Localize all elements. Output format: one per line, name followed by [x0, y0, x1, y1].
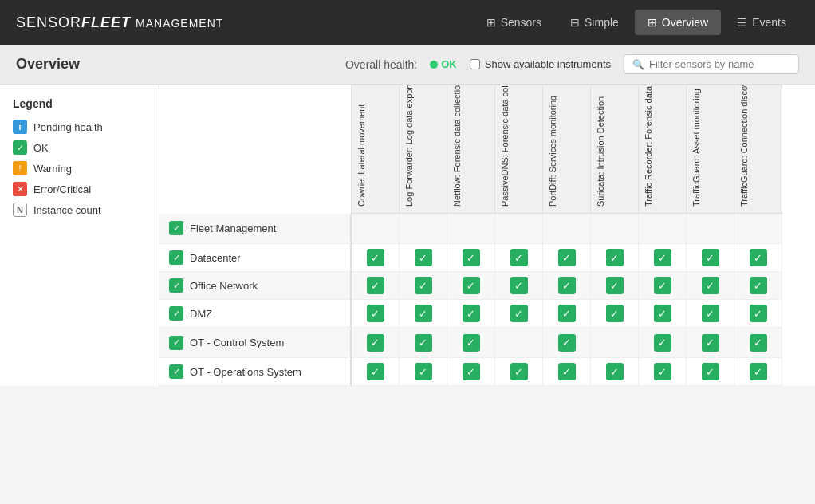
table-row: ✓OT - Control System✓✓✓✓✓✓✓: [159, 328, 782, 358]
sensor-search[interactable]: 🔍: [624, 54, 799, 74]
cell-ok-icon: ✓: [606, 305, 624, 322]
data-cell-1-2: ✓: [447, 244, 495, 272]
error-icon: ✕: [13, 182, 27, 196]
data-cell-2-2: ✓: [447, 272, 495, 300]
overview-icon: ⊞: [648, 16, 657, 29]
cell-ok-icon: ✓: [606, 249, 624, 266]
row-label-cell-3: ✓DMZ: [159, 300, 352, 328]
data-cell-0-4: [543, 214, 591, 244]
cell-ok-icon: ✓: [702, 277, 719, 294]
data-cell-1-8: ✓: [734, 244, 782, 272]
table-row: ✓Office Network✓✓✓✓✓✓✓✓✓: [159, 272, 782, 300]
data-cell-2-1: ✓: [400, 272, 447, 300]
cell-empty: [510, 333, 528, 350]
cell-ok-icon: ✓: [415, 305, 432, 322]
cell-ok-icon: ✓: [606, 277, 624, 294]
main-nav: ⊞ Sensors ⊟ Simple ⊞ Overview ☰ Events: [474, 10, 799, 35]
cell-ok-icon: ✓: [367, 249, 384, 266]
legend-warning-label: Warning: [33, 163, 72, 175]
nav-overview[interactable]: ⊞ Overview: [635, 10, 721, 35]
row-label-text-2: Office Network: [190, 280, 258, 292]
health-dot: [430, 61, 438, 69]
cell-ok-icon: ✓: [558, 277, 576, 294]
row-label-cell-0: ✓Fleet Management: [159, 214, 352, 244]
nav-events[interactable]: ☰ Events: [724, 10, 799, 35]
data-cell-4-1: ✓: [400, 328, 447, 358]
legend-pending: i Pending health: [13, 120, 146, 134]
data-cell-5-8: ✓: [734, 358, 782, 386]
show-instruments-checkbox-wrap[interactable]: Show available instruments: [470, 58, 611, 70]
table-row: ✓OT - Operations System✓✓✓✓✓✓✓✓✓: [159, 358, 782, 386]
cell-ok-icon: ✓: [367, 334, 384, 352]
cell-ok-icon: ✓: [558, 249, 576, 266]
cell-ok-icon: ✓: [415, 249, 432, 266]
cell-empty: [702, 219, 719, 236]
table-row: ✓DMZ✓✓✓✓✓✓✓✓✓: [159, 300, 782, 328]
app-logo: SENSORFLEETMANAGEMENT: [16, 14, 223, 31]
data-cell-4-5: [591, 328, 639, 358]
col-header-7: TrafficGuard: Asset monitoring: [687, 85, 734, 214]
legend-pending-label: Pending health: [33, 121, 103, 133]
row-label-text-3: DMZ: [190, 308, 212, 320]
legend-title: Legend: [13, 97, 146, 110]
cell-empty: [463, 219, 480, 236]
count-icon: N: [13, 203, 27, 217]
cell-ok-icon: ✓: [750, 334, 767, 352]
cell-ok-icon: ✓: [558, 305, 576, 322]
col-header-8: TrafficGuard: Connection discovery: [734, 85, 782, 214]
data-cell-4-7: ✓: [687, 328, 734, 358]
data-cell-0-5: [591, 214, 639, 244]
data-cell-3-3: ✓: [495, 300, 543, 328]
cell-ok-icon: ✓: [750, 249, 767, 266]
data-cell-3-7: ✓: [687, 300, 734, 328]
search-input[interactable]: [649, 58, 790, 70]
data-cell-2-0: ✓: [352, 272, 400, 300]
nav-simple[interactable]: ⊟ Simple: [557, 10, 632, 35]
cell-ok-icon: ✓: [558, 334, 576, 352]
cell-ok-icon: ✓: [463, 305, 480, 322]
data-cell-1-3: ✓: [495, 244, 543, 272]
data-cell-0-3: [495, 214, 543, 244]
legend-warning: ! Warning: [13, 161, 146, 175]
row-status-badge-4: ✓: [169, 336, 183, 350]
cell-empty: [606, 219, 624, 236]
nav-events-label: Events: [752, 16, 786, 29]
data-cell-5-1: ✓: [400, 358, 447, 386]
data-cell-3-4: ✓: [543, 300, 591, 328]
cell-empty: [415, 219, 432, 236]
data-cell-1-4: ✓: [543, 244, 591, 272]
data-cell-1-6: ✓: [639, 244, 687, 272]
data-cell-2-3: ✓: [495, 272, 543, 300]
health-label: Overall health:: [345, 58, 417, 71]
cell-ok-icon: ✓: [750, 305, 767, 322]
data-cell-5-7: ✓: [687, 358, 734, 386]
cell-ok-icon: ✓: [558, 363, 576, 380]
nav-sensors-label: Sensors: [501, 16, 541, 29]
row-label-text-4: OT - Control System: [190, 337, 284, 348]
cell-ok-icon: ✓: [367, 363, 384, 380]
row-label-cell-4: ✓OT - Control System: [159, 328, 352, 358]
data-cell-1-1: ✓: [400, 244, 447, 272]
row-label-cell-5: ✓OT - Operations System: [159, 358, 352, 386]
cell-ok-icon: ✓: [415, 277, 432, 294]
cell-empty: [367, 219, 384, 236]
data-cell-2-6: ✓: [639, 272, 687, 300]
data-cell-2-4: ✓: [543, 272, 591, 300]
data-cell-0-6: [639, 214, 687, 244]
cell-ok-icon: ✓: [463, 277, 480, 294]
row-status-badge-1: ✓: [169, 250, 183, 265]
data-cell-2-8: ✓: [734, 272, 782, 300]
col-header-5: Suricata: Intrusion Detection: [591, 85, 639, 214]
table-row: ✓Fleet Management: [159, 214, 782, 244]
data-cell-1-7: ✓: [687, 244, 734, 272]
nav-sensors[interactable]: ⊞ Sensors: [474, 10, 554, 35]
data-cell-3-2: ✓: [447, 300, 495, 328]
cell-ok-icon: ✓: [702, 334, 719, 352]
row-status-badge-2: ✓: [169, 278, 183, 293]
pending-icon: i: [13, 120, 27, 134]
cell-ok-icon: ✓: [367, 305, 384, 322]
show-instruments-checkbox[interactable]: [470, 59, 480, 69]
cell-ok-icon: ✓: [415, 334, 432, 352]
cell-ok-icon: ✓: [415, 363, 432, 380]
cell-ok-icon: ✓: [750, 277, 767, 294]
